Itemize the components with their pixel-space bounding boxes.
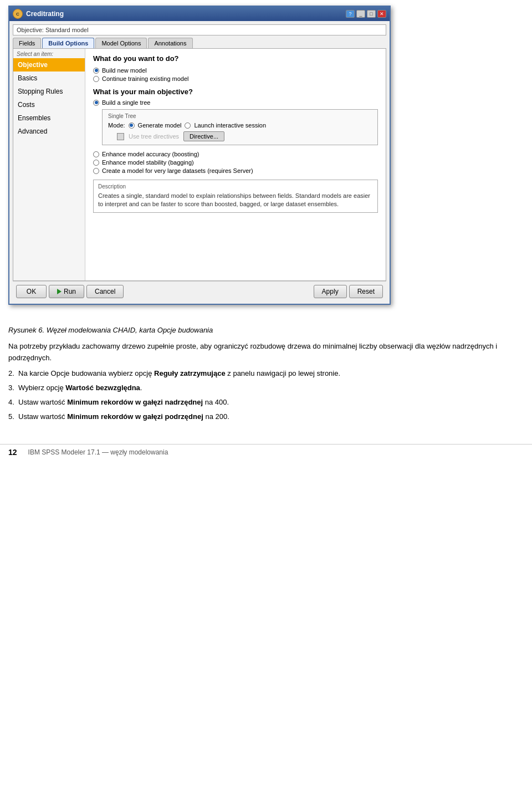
body-paragraph-1: Na potrzeby przykładu zachowamy drzewo z… — [8, 341, 524, 364]
radio-single-tree-label: Build a single tree — [102, 99, 150, 106]
titlebar-left: C Creditrating — [13, 9, 64, 19]
list-item-3-text2: . — [140, 384, 142, 392]
page-footer: 12 IBM SPSS Modeler 17.1 — węzły modelow… — [0, 444, 532, 460]
content-panel: What do you want to do? Build new model … — [85, 49, 386, 280]
radio-group-2: Build a single tree Single Tree Mode: Ge… — [93, 99, 378, 174]
list-item-4: 4. Ustaw wartość Minimum rekordów w gałę… — [8, 397, 524, 408]
radio-boost[interactable]: Enhance model accuracy (boosting) — [93, 151, 378, 157]
mode-row: Mode: Generate model Launch interactive … — [108, 122, 372, 129]
tab-build-options[interactable]: Build Options — [42, 38, 94, 48]
tab-annotations[interactable]: Annotations — [148, 38, 192, 48]
list-item-2-text1: Na karcie Opcje budowania wybierz opcję — [18, 369, 154, 377]
reset-button[interactable]: Reset — [349, 285, 383, 298]
directive-row: Use tree directives Directive... — [117, 131, 372, 141]
dialog-titlebar: C Creditrating ? _ □ ✕ — [9, 7, 390, 21]
list-item-5-num: 5. — [8, 412, 16, 421]
list-item-5-text1: Ustaw wartość — [18, 412, 67, 421]
radio-single-tree-circle[interactable] — [93, 100, 99, 106]
list-item-2-text2: z panelu nawigacji po lewej stronie. — [226, 369, 340, 377]
directive-button[interactable]: Directive... — [183, 131, 224, 141]
numbered-list: 2. Na karcie Opcje budowania wybierz opc… — [8, 368, 524, 422]
radio-launch-circle[interactable] — [185, 122, 191, 129]
list-item-4-bold: Minimum rekordów w gałęzi nadrzędnej — [67, 398, 203, 406]
tab-fields[interactable]: Fields — [13, 38, 41, 48]
single-tree-box-title: Single Tree — [108, 113, 372, 119]
list-item-5-bold: Minimum rekordów w gałęzi podrzędnej — [67, 412, 203, 421]
radio-bag-label: Enhance model stability (bagging) — [102, 159, 194, 166]
tab-model-options[interactable]: Model Options — [95, 38, 147, 48]
radio-bag-circle[interactable] — [93, 160, 99, 166]
objective-bar: Objective: Standard model — [13, 24, 386, 35]
page-text: Rysunek 6. Węzeł modelowania CHAID, kart… — [0, 316, 532, 433]
sidebar: Select an item: Objective Basics Stoppin… — [13, 49, 85, 280]
radio-build-new[interactable]: Build new model — [93, 67, 378, 74]
radio-single-tree[interactable]: Build a single tree — [93, 99, 378, 106]
cancel-button[interactable]: Cancel — [86, 285, 124, 298]
footer-left: OK Run Cancel — [16, 285, 124, 298]
sidebar-header: Select an item: — [13, 49, 85, 58]
radio-boost-label: Enhance model accuracy (boosting) — [102, 151, 199, 157]
description-text: Creates a single, standard model to expl… — [98, 192, 373, 209]
page-number: 12 — [8, 448, 17, 457]
list-item-4-text2: na 400. — [203, 398, 229, 406]
figure-caption: Rysunek 6. Węzeł modelowania CHAID, kart… — [8, 325, 524, 336]
ok-button[interactable]: OK — [16, 285, 47, 298]
list-item-3-num: 3. — [8, 384, 16, 392]
list-item-5: 5. Ustaw wartość Minimum rekordów w gałę… — [8, 411, 524, 423]
radio-boost-circle[interactable] — [93, 151, 99, 157]
apply-button[interactable]: Apply — [314, 285, 347, 298]
description-box: Description Creates a single, standard m… — [93, 180, 378, 213]
radio-build-new-label: Build new model — [102, 67, 147, 74]
list-item-4-num: 4. — [8, 398, 16, 406]
close-button[interactable]: ✕ — [377, 10, 386, 18]
sidebar-item-stopping-rules[interactable]: Stopping Rules — [13, 85, 85, 98]
sidebar-item-advanced[interactable]: Advanced — [13, 125, 85, 138]
question2-heading: What is your main objective? — [93, 88, 378, 96]
tabs-row: Fields Build Options Model Options Annot… — [13, 38, 386, 48]
chaid-icon: C — [13, 9, 23, 19]
dialog-window: C Creditrating ? _ □ ✕ Objective: Standa… — [8, 6, 391, 305]
dialog-content: Objective: Standard model Fields Build O… — [9, 21, 390, 304]
radio-bag[interactable]: Enhance model stability (bagging) — [93, 159, 378, 166]
list-item-4-text1: Ustaw wartość — [18, 398, 67, 406]
radio-large[interactable]: Create a model for very large datasets (… — [93, 167, 378, 174]
radio-build-new-circle[interactable] — [93, 68, 99, 74]
maximize-button[interactable]: □ — [367, 10, 376, 18]
main-body: Select an item: Objective Basics Stoppin… — [13, 48, 386, 281]
dialog-title: Creditrating — [26, 10, 64, 18]
use-tree-directives-label: Use tree directives — [129, 133, 179, 140]
radio-continue-circle[interactable] — [93, 76, 99, 82]
radio-large-label: Create a model for very large datasets (… — [102, 167, 253, 174]
minimize-button[interactable]: _ — [356, 10, 365, 18]
radio-large-circle[interactable] — [93, 168, 99, 174]
radio-group-1: Build new model Continue training existi… — [93, 67, 378, 82]
help-button[interactable]: ? — [346, 10, 355, 18]
radio-launch-label: Launch interactive session — [194, 122, 266, 129]
list-item-2: 2. Na karcie Opcje budowania wybierz opc… — [8, 368, 524, 380]
list-item-3: 3. Wybierz opcję Wartość bezwzględna. — [8, 382, 524, 394]
sidebar-item-objective[interactable]: Objective — [13, 58, 85, 71]
run-label: Run — [64, 288, 76, 295]
footer-text: IBM SPSS Modeler 17.1 — węzły modelowani… — [28, 448, 168, 456]
list-item-2-num: 2. — [8, 369, 16, 377]
radio-generate-label: Generate model — [138, 122, 182, 129]
radio-continue[interactable]: Continue training existing model — [93, 75, 378, 82]
mode-label: Mode: — [108, 122, 125, 129]
list-item-3-bold: Wartość bezwzględna — [65, 384, 140, 392]
question1-heading: What do you want to do? — [93, 54, 378, 63]
sidebar-item-ensembles[interactable]: Ensembles — [13, 111, 85, 125]
footer-right: Apply Reset — [314, 285, 383, 298]
description-title: Description — [98, 183, 373, 190]
sidebar-item-costs[interactable]: Costs — [13, 98, 85, 111]
single-tree-box: Single Tree Mode: Generate model Launch … — [102, 109, 378, 145]
use-tree-directives-checkbox[interactable] — [117, 133, 124, 140]
radio-continue-label: Continue training existing model — [102, 75, 189, 82]
radio-generate-circle[interactable] — [129, 122, 135, 129]
list-item-3-text1: Wybierz opcję — [18, 384, 65, 392]
run-triangle-icon — [57, 289, 62, 294]
run-button[interactable]: Run — [49, 285, 84, 298]
dialog-footer: OK Run Cancel Apply Reset — [13, 281, 386, 300]
titlebar-buttons: ? _ □ ✕ — [346, 10, 386, 18]
sidebar-item-basics[interactable]: Basics — [13, 71, 85, 85]
list-item-2-bold: Reguły zatrzymujące — [154, 369, 226, 377]
